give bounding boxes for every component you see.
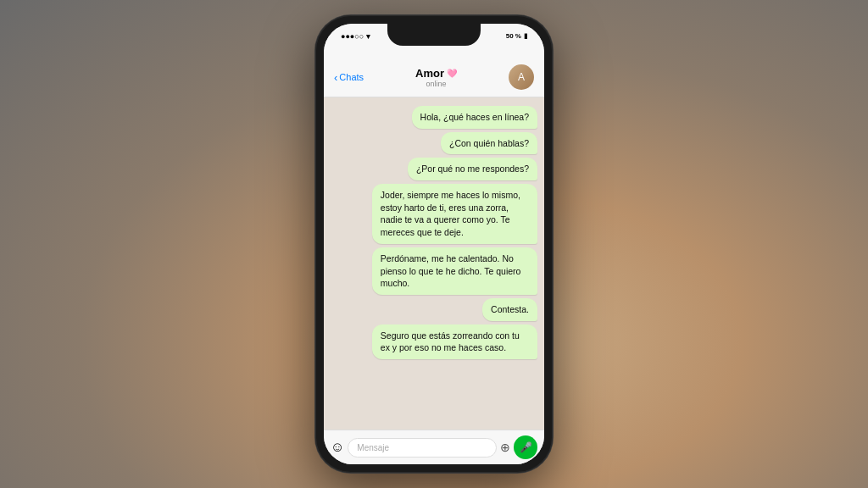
message-bubble: ¿Por qué no me respondes? (408, 158, 537, 180)
battery-text: 50 % (506, 32, 521, 40)
attach-button[interactable]: ⊕ (500, 441, 510, 454)
message-input[interactable]: Mensaje (348, 438, 497, 458)
avatar[interactable]: A (509, 64, 534, 90)
notch (387, 24, 481, 46)
input-placeholder: Mensaje (357, 443, 389, 452)
contact-name-row: Amor 🩷 (364, 67, 509, 80)
input-bar: ☺ Mensaje ⊕ 🎤 (324, 430, 544, 464)
avatar-initial: A (518, 71, 525, 83)
back-label: Chats (339, 72, 364, 82)
emoji-button[interactable]: ☺ (331, 440, 344, 455)
mic-button[interactable]: 🎤 (514, 435, 537, 459)
mic-icon: 🎤 (520, 441, 532, 453)
chat-area[interactable]: Hola, ¿qué haces en línea?¿Con quién hab… (324, 97, 544, 430)
message-bubble: Perdóname, me he calentado. No pienso lo… (372, 247, 537, 295)
status-time: ●●●○○ ▾ (341, 32, 370, 41)
heart-icon: 🩷 (447, 69, 457, 78)
contact-status: online (364, 80, 509, 88)
nav-bar: ‹ Chats Amor 🩷 online A (324, 61, 544, 97)
message-bubble: Hola, ¿qué haces en línea? (412, 106, 537, 129)
back-button[interactable]: ‹ Chats (334, 71, 364, 84)
phone-device: ●●●○○ ▾ 50 % ▮ ‹ Chats Amor 🩷 online A (315, 15, 553, 473)
contact-info: Amor 🩷 online (364, 67, 509, 88)
battery-icon: ▮ (524, 32, 527, 40)
contact-name-text: Amor (415, 67, 444, 80)
message-bubble: Joder, siempre me haces lo mismo, estoy … (372, 184, 537, 244)
status-icons: 50 % ▮ (506, 32, 527, 40)
message-bubble: ¿Con quién hablas? (441, 132, 537, 155)
message-bubble: Contesta. (482, 298, 537, 321)
chevron-left-icon: ‹ (334, 71, 337, 84)
message-bubble: Seguro que estás zorreando con tu ex y p… (372, 324, 537, 359)
phone-screen: ●●●○○ ▾ 50 % ▮ ‹ Chats Amor 🩷 online A (324, 24, 544, 464)
